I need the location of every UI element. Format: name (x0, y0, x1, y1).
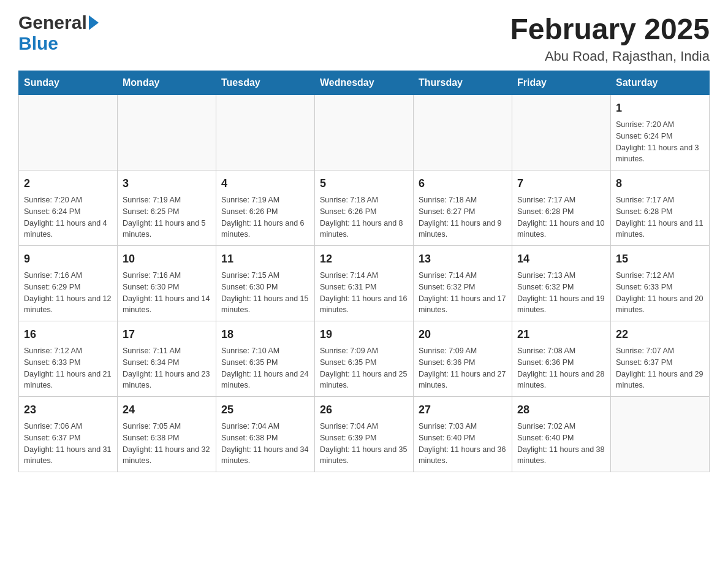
calendar-day: 12Sunrise: 7:14 AMSunset: 6:31 PMDayligh… (315, 246, 414, 321)
calendar-day: 14Sunrise: 7:13 AMSunset: 6:32 PMDayligh… (512, 246, 611, 321)
day-number: 5 (320, 175, 408, 192)
day-number: 19 (320, 326, 408, 343)
day-header-sunday: Sunday (19, 71, 118, 95)
day-info: Sunrise: 7:03 AMSunset: 6:40 PMDaylight:… (419, 421, 507, 467)
day-number: 7 (517, 175, 605, 192)
day-info: Sunrise: 7:09 AMSunset: 6:36 PMDaylight:… (419, 345, 507, 391)
calendar-title: February 2025 (510, 12, 710, 46)
calendar-day (414, 95, 512, 170)
calendar-day: 27Sunrise: 7:03 AMSunset: 6:40 PMDayligh… (414, 397, 512, 472)
day-info: Sunrise: 7:18 AMSunset: 6:27 PMDaylight:… (419, 194, 507, 240)
day-info: Sunrise: 7:02 AMSunset: 6:40 PMDaylight:… (517, 421, 605, 467)
day-info: Sunrise: 7:19 AMSunset: 6:25 PMDaylight:… (123, 194, 211, 240)
calendar-day: 16Sunrise: 7:12 AMSunset: 6:33 PMDayligh… (19, 321, 118, 397)
calendar-day: 1Sunrise: 7:20 AMSunset: 6:24 PMDaylight… (611, 95, 710, 170)
logo-general-text: General (18, 12, 87, 33)
day-info: Sunrise: 7:15 AMSunset: 6:30 PMDaylight:… (221, 270, 309, 316)
calendar-day: 22Sunrise: 7:07 AMSunset: 6:37 PMDayligh… (611, 321, 710, 397)
day-info: Sunrise: 7:16 AMSunset: 6:30 PMDaylight:… (123, 270, 211, 316)
day-info: Sunrise: 7:12 AMSunset: 6:33 PMDaylight:… (24, 345, 112, 391)
days-of-week-row: SundayMondayTuesdayWednesdayThursdayFrid… (19, 71, 710, 95)
week-row: 2Sunrise: 7:20 AMSunset: 6:24 PMDaylight… (19, 170, 710, 246)
day-header-friday: Friday (512, 71, 611, 95)
day-number: 16 (24, 326, 112, 343)
logo: General Blue (18, 12, 99, 54)
day-info: Sunrise: 7:12 AMSunset: 6:33 PMDaylight:… (616, 270, 704, 316)
day-info: Sunrise: 7:20 AMSunset: 6:24 PMDaylight:… (24, 194, 112, 240)
calendar-day (216, 95, 315, 170)
calendar-day: 25Sunrise: 7:04 AMSunset: 6:38 PMDayligh… (216, 397, 315, 472)
day-info: Sunrise: 7:19 AMSunset: 6:26 PMDaylight:… (221, 194, 309, 240)
calendar-day: 10Sunrise: 7:16 AMSunset: 6:30 PMDayligh… (118, 246, 216, 321)
week-row: 23Sunrise: 7:06 AMSunset: 6:37 PMDayligh… (19, 397, 710, 472)
calendar-day (315, 95, 414, 170)
day-number: 12 (320, 251, 408, 267)
calendar-day: 19Sunrise: 7:09 AMSunset: 6:35 PMDayligh… (315, 321, 414, 397)
week-row: 9Sunrise: 7:16 AMSunset: 6:29 PMDaylight… (19, 246, 710, 321)
title-area: February 2025 Abu Road, Rajasthan, India (510, 12, 710, 64)
day-info: Sunrise: 7:17 AMSunset: 6:28 PMDaylight:… (616, 194, 704, 240)
day-number: 2 (24, 175, 112, 192)
day-number: 9 (24, 251, 112, 267)
day-info: Sunrise: 7:13 AMSunset: 6:32 PMDaylight:… (517, 270, 605, 316)
calendar-day: 11Sunrise: 7:15 AMSunset: 6:30 PMDayligh… (216, 246, 315, 321)
calendar-day: 26Sunrise: 7:04 AMSunset: 6:39 PMDayligh… (315, 397, 414, 472)
day-info: Sunrise: 7:16 AMSunset: 6:29 PMDaylight:… (24, 270, 112, 316)
calendar-day: 6Sunrise: 7:18 AMSunset: 6:27 PMDaylight… (414, 170, 512, 246)
day-header-saturday: Saturday (611, 71, 710, 95)
day-number: 20 (419, 326, 507, 343)
calendar-day (512, 95, 611, 170)
day-info: Sunrise: 7:06 AMSunset: 6:37 PMDaylight:… (24, 421, 112, 467)
day-number: 3 (123, 175, 211, 192)
calendar-day: 4Sunrise: 7:19 AMSunset: 6:26 PMDaylight… (216, 170, 315, 246)
day-number: 27 (419, 402, 507, 418)
calendar-day: 2Sunrise: 7:20 AMSunset: 6:24 PMDaylight… (19, 170, 118, 246)
calendar-day (118, 95, 216, 170)
calendar-day: 28Sunrise: 7:02 AMSunset: 6:40 PMDayligh… (512, 397, 611, 472)
day-header-wednesday: Wednesday (315, 71, 414, 95)
day-number: 8 (616, 175, 704, 192)
day-number: 22 (616, 326, 704, 343)
day-number: 17 (123, 326, 211, 343)
day-info: Sunrise: 7:04 AMSunset: 6:38 PMDaylight:… (221, 421, 309, 467)
day-number: 23 (24, 402, 112, 418)
day-number: 6 (419, 175, 507, 192)
day-info: Sunrise: 7:10 AMSunset: 6:35 PMDaylight:… (221, 345, 309, 391)
logo-arrow-icon (89, 15, 99, 30)
page-header: General Blue February 2025 Abu Road, Raj… (18, 12, 710, 64)
day-header-thursday: Thursday (414, 71, 512, 95)
day-info: Sunrise: 7:20 AMSunset: 6:24 PMDaylight:… (616, 119, 704, 165)
day-number: 28 (517, 402, 605, 418)
day-number: 14 (517, 251, 605, 267)
day-info: Sunrise: 7:11 AMSunset: 6:34 PMDaylight:… (123, 345, 211, 391)
week-row: 16Sunrise: 7:12 AMSunset: 6:33 PMDayligh… (19, 321, 710, 397)
logo-blue-text: Blue (18, 33, 58, 54)
calendar-day: 3Sunrise: 7:19 AMSunset: 6:25 PMDaylight… (118, 170, 216, 246)
day-number: 4 (221, 175, 309, 192)
day-number: 10 (123, 251, 211, 267)
day-header-tuesday: Tuesday (216, 71, 315, 95)
calendar-header: SundayMondayTuesdayWednesdayThursdayFrid… (19, 71, 710, 95)
calendar-day: 24Sunrise: 7:05 AMSunset: 6:38 PMDayligh… (118, 397, 216, 472)
calendar-day: 21Sunrise: 7:08 AMSunset: 6:36 PMDayligh… (512, 321, 611, 397)
calendar-day: 8Sunrise: 7:17 AMSunset: 6:28 PMDaylight… (611, 170, 710, 246)
day-header-monday: Monday (118, 71, 216, 95)
day-number: 11 (221, 251, 309, 267)
day-number: 21 (517, 326, 605, 343)
calendar-day (19, 95, 118, 170)
day-number: 18 (221, 326, 309, 343)
calendar-day: 20Sunrise: 7:09 AMSunset: 6:36 PMDayligh… (414, 321, 512, 397)
day-info: Sunrise: 7:08 AMSunset: 6:36 PMDaylight:… (517, 345, 605, 391)
day-number: 1 (616, 100, 704, 117)
week-row: 1Sunrise: 7:20 AMSunset: 6:24 PMDaylight… (19, 95, 710, 170)
calendar-table: SundayMondayTuesdayWednesdayThursdayFrid… (18, 71, 710, 472)
day-number: 15 (616, 251, 704, 267)
calendar-day: 9Sunrise: 7:16 AMSunset: 6:29 PMDaylight… (19, 246, 118, 321)
calendar-day: 7Sunrise: 7:17 AMSunset: 6:28 PMDaylight… (512, 170, 611, 246)
calendar-day (611, 397, 710, 472)
day-info: Sunrise: 7:14 AMSunset: 6:32 PMDaylight:… (419, 270, 507, 316)
day-info: Sunrise: 7:18 AMSunset: 6:26 PMDaylight:… (320, 194, 408, 240)
day-info: Sunrise: 7:17 AMSunset: 6:28 PMDaylight:… (517, 194, 605, 240)
day-number: 24 (123, 402, 211, 418)
day-number: 25 (221, 402, 309, 418)
